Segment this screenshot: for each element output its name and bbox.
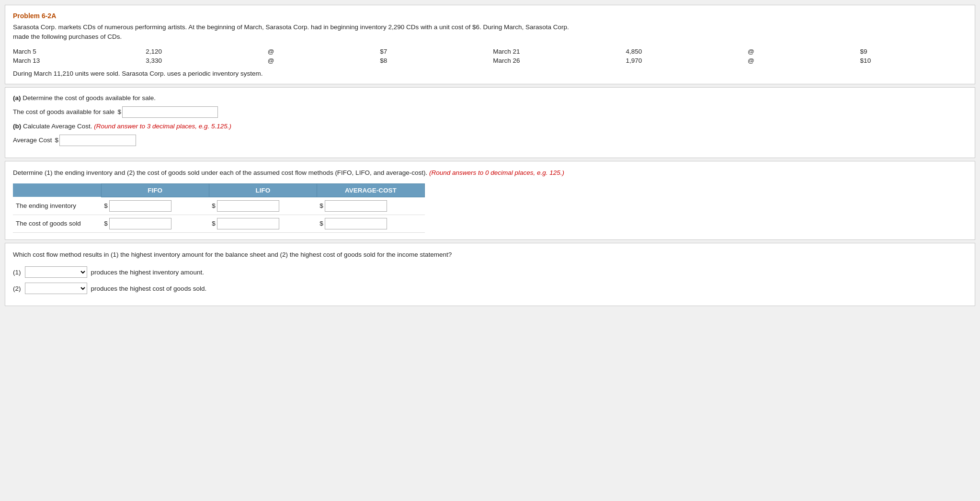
purchase-price2-2: $10 (860, 57, 967, 64)
part-ab-section: (a) Determine the cost of goods availabl… (5, 87, 975, 158)
purchase-price-1: $7 (380, 48, 483, 55)
desc-line2: made the following purchases of CDs. (13, 33, 122, 40)
part-a-question: Determine the cost of goods available fo… (23, 94, 156, 102)
table-desc-note: (Round answers to 0 decimal places, e.g.… (429, 169, 564, 176)
cell-ending-lifo: $ (209, 197, 317, 215)
row1-suffix: produces the highest inventory amount. (91, 269, 204, 276)
col-header-lifo: LIFO (209, 183, 317, 197)
input-ending-avg[interactable] (325, 200, 387, 212)
col-header-empty (13, 183, 101, 197)
purchases-table: March 5 2,120 @ $7 March 21 4,850 @ $9 M… (13, 48, 967, 64)
part-a-field-label: The cost of goods available for sale (13, 108, 114, 115)
table-row-ending-inventory: The ending inventory $ $ (13, 197, 425, 215)
part-a-input[interactable] (122, 106, 218, 118)
row-label-ending: The ending inventory (13, 197, 101, 215)
dollar-cogs-fifo: $ (104, 220, 108, 227)
dropdown-row-1: (1) FIFO LIFO Average-Cost produces the … (13, 266, 967, 278)
which-question: Which cost flow method results in (1) th… (13, 250, 967, 260)
part-a-input-wrap: $ (117, 106, 218, 118)
row-label-cogs: The cost of goods sold (13, 215, 101, 232)
purchase-at2-2: @ (748, 57, 851, 64)
desc-line1: Sarasota Corp. markets CDs of numerous p… (13, 23, 569, 31)
during-text: During March 11,210 units were sold. Sar… (13, 70, 967, 77)
purchase-date-2: March 13 (13, 57, 136, 64)
input-cogs-lifo[interactable] (217, 218, 279, 229)
dollar-ending-fifo: $ (104, 202, 108, 209)
purchase-qty2-2: 1,970 (626, 57, 738, 64)
cell-ending-avg: $ (317, 197, 424, 215)
part-b-input[interactable] (59, 135, 136, 146)
purchase-price-2: $8 (380, 57, 483, 64)
cell-cogs-lifo: $ (209, 215, 317, 232)
part-b-field-label: Average Cost (13, 137, 52, 144)
part-a-dollar: $ (117, 108, 121, 115)
table-description: Determine (1) the ending inventory and (… (13, 168, 967, 178)
dollar-ending-lifo: $ (212, 202, 216, 209)
input-ending-fifo[interactable] (109, 200, 171, 212)
part-a-input-row: The cost of goods available for sale $ (13, 106, 967, 118)
inventory-table: FIFO LIFO AVERAGE-COST The ending invent… (13, 183, 425, 233)
part-b-dollar: $ (55, 137, 59, 144)
table-section: Determine (1) the ending inventory and (… (5, 161, 975, 240)
cell-cogs-fifo: $ (101, 215, 209, 232)
purchase-qty-1: 2,120 (146, 48, 258, 55)
dollar-cogs-lifo: $ (212, 220, 216, 227)
part-b-question-start: Calculate Average Cost. (23, 123, 94, 130)
dropdown-1[interactable]: FIFO LIFO Average-Cost (25, 266, 87, 278)
col-header-fifo: FIFO (101, 183, 209, 197)
part-b-note: (b) Calculate Average Cost. (Round answe… (13, 123, 967, 130)
cell-cogs-avg: $ (317, 215, 424, 232)
row2-suffix: produces the highest cost of goods sold. (91, 285, 207, 292)
purchase-qty-2: 3,330 (146, 57, 258, 64)
problem-title: Problem 6-2A (13, 12, 967, 20)
dollar-ending-avg: $ (319, 202, 323, 209)
purchase-at-2: @ (268, 57, 371, 64)
purchase-at2-1: @ (748, 48, 851, 55)
table-row-cogs: The cost of goods sold $ $ (13, 215, 425, 232)
purchase-date-1: March 5 (13, 48, 136, 55)
table-desc-start: Determine (1) the ending inventory and (… (13, 169, 427, 176)
purchase-at-1: @ (268, 48, 371, 55)
part-a-letter: (a) (13, 94, 21, 102)
problem-description: Sarasota Corp. markets CDs of numerous p… (13, 23, 967, 42)
input-cogs-fifo[interactable] (109, 218, 171, 229)
cell-ending-fifo: $ (101, 197, 209, 215)
page-container: Problem 6-2A Sarasota Corp. markets CDs … (0, 0, 980, 311)
dropdown-2[interactable]: FIFO LIFO Average-Cost (25, 283, 87, 294)
row2-num: (2) (13, 285, 21, 292)
part-b-label: (b) (13, 123, 21, 130)
row1-num: (1) (13, 269, 21, 276)
part-b-input-row: Average Cost $ (13, 135, 967, 146)
dollar-cogs-avg: $ (319, 220, 323, 227)
purchase-price2-1: $9 (860, 48, 967, 55)
part-b-input-wrap: $ (55, 135, 137, 146)
purchase-date2-1: March 21 (493, 48, 616, 55)
input-cogs-avg[interactable] (325, 218, 387, 229)
purchase-qty2-1: 4,850 (626, 48, 738, 55)
col-header-avg: AVERAGE-COST (317, 183, 424, 197)
problem-section: Problem 6-2A Sarasota Corp. markets CDs … (5, 5, 975, 84)
part-a-label: (a) Determine the cost of goods availabl… (13, 94, 967, 102)
part-b-question-note: (Round answer to 3 decimal places, e.g. … (94, 123, 231, 130)
last-section: Which cost flow method results in (1) th… (5, 243, 975, 306)
purchase-date2-2: March 26 (493, 57, 616, 64)
dropdown-row-2: (2) FIFO LIFO Average-Cost produces the … (13, 283, 967, 294)
input-ending-lifo[interactable] (217, 200, 279, 212)
